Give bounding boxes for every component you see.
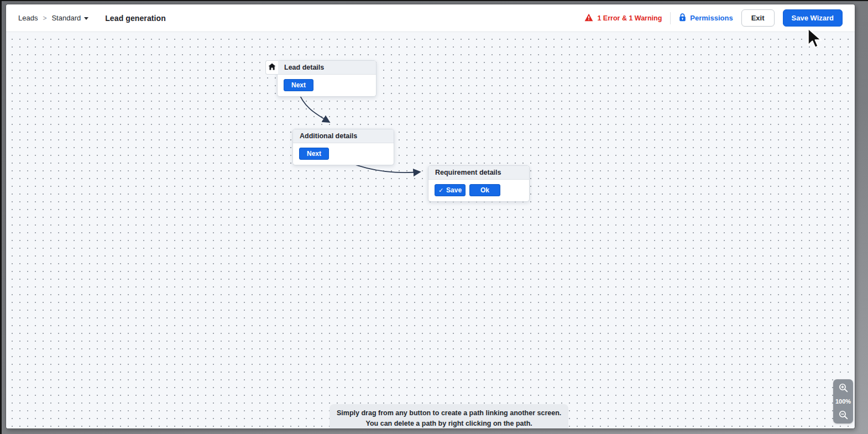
- screen-card-additional-details[interactable]: Additional details Next: [292, 129, 394, 165]
- screen-next-button[interactable]: Next: [284, 79, 313, 91]
- screen-body: Next: [278, 75, 376, 96]
- page-title: Lead generation: [105, 14, 166, 23]
- breadcrumb: Leads > Standard: [18, 14, 88, 22]
- desktop-background: Leads > Standard Lead generation: [0, 0, 868, 434]
- exit-button[interactable]: Exit: [741, 9, 775, 27]
- save-button-label: Save: [446, 186, 462, 194]
- home-screen-tab[interactable]: [265, 60, 278, 75]
- chevron-down-icon: [84, 17, 88, 20]
- hint-line-1: Simply drag from any button to create a …: [337, 408, 561, 419]
- topbar-divider: [670, 12, 671, 24]
- save-wizard-button[interactable]: Save Wizard: [783, 9, 843, 27]
- zoom-in-button[interactable]: [839, 383, 848, 393]
- screen-title: Lead details: [284, 64, 324, 71]
- breadcrumb-module[interactable]: Leads: [18, 14, 38, 22]
- permissions-link[interactable]: Permissions: [679, 13, 733, 23]
- screen-title-bar[interactable]: Requirement details: [428, 166, 529, 180]
- screen-title-bar[interactable]: Additional details: [293, 129, 394, 143]
- screen-body: Next: [293, 143, 394, 165]
- screen-save-button[interactable]: ✓ Save: [435, 184, 466, 196]
- screen-next-button[interactable]: Next: [299, 148, 329, 160]
- lock-icon: [679, 13, 686, 23]
- app-window: Leads > Standard Lead generation: [6, 4, 855, 428]
- permissions-label: Permissions: [690, 14, 733, 22]
- layout-dropdown-label: Standard: [51, 14, 81, 22]
- screen-card-lead-details[interactable]: Lead details Next: [277, 60, 377, 97]
- breadcrumb-separator: >: [43, 14, 46, 22]
- screen-body: ✓ Save Ok: [428, 180, 529, 201]
- zoom-controls: 100%: [833, 379, 853, 423]
- error-warning-link[interactable]: 1 Error & 1 Warning: [584, 13, 662, 23]
- layout-dropdown[interactable]: Standard: [51, 14, 88, 22]
- zoom-level: 100%: [835, 398, 851, 405]
- warning-icon: [584, 13, 593, 23]
- zoom-out-icon: [839, 410, 848, 420]
- topbar: Leads > Standard Lead generation: [6, 4, 855, 32]
- screen-title: Additional details: [300, 132, 357, 140]
- home-icon: [268, 62, 276, 72]
- screen-title-bar[interactable]: Lead details: [278, 61, 376, 75]
- check-icon: ✓: [438, 187, 443, 194]
- connector-paths: [6, 32, 855, 428]
- zoom-out-button[interactable]: [839, 410, 848, 420]
- canvas-hint: Simply drag from any button to create a …: [330, 404, 568, 428]
- topbar-actions: 1 Error & 1 Warning Permissions Exi: [584, 9, 843, 27]
- screen-title: Requirement details: [435, 169, 501, 176]
- error-warning-label: 1 Error & 1 Warning: [597, 14, 662, 22]
- wizard-canvas[interactable]: Lead details Next Additional details Nex…: [6, 32, 855, 428]
- screen-card-requirement-details[interactable]: Requirement details ✓ Save Ok: [428, 165, 530, 202]
- screen-ok-button[interactable]: Ok: [469, 184, 500, 196]
- hint-line-2: You can delete a path by right clicking …: [337, 419, 561, 428]
- zoom-in-icon: [839, 383, 848, 393]
